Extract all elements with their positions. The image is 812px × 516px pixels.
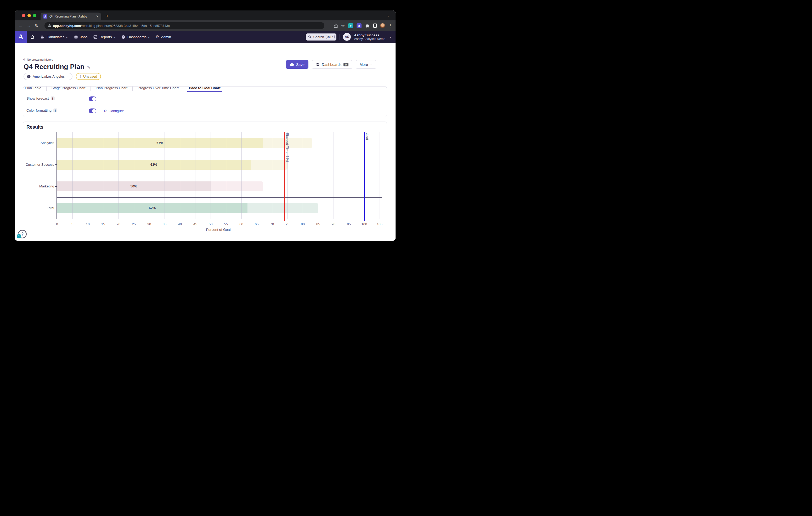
- user-avatar[interactable]: AS: [343, 33, 351, 41]
- info-icon[interactable]: i: [51, 96, 55, 100]
- chevron-down-icon: ⌄: [148, 35, 150, 38]
- ashby-logo[interactable]: A: [15, 31, 27, 43]
- user-name: Ashby Success: [354, 33, 385, 37]
- timezone-value: America/Los Angeles: [33, 74, 65, 79]
- browser-profile-avatar[interactable]: [380, 23, 385, 28]
- clock-icon: [27, 75, 31, 79]
- bookmark-star-icon[interactable]: ☆: [341, 23, 345, 28]
- cloud-upload-icon: [290, 63, 294, 66]
- nav-label: Jobs: [80, 35, 88, 39]
- page-title: Q4 Recruiting Plan✎: [24, 63, 91, 71]
- reload-icon[interactable]: ↻: [35, 23, 38, 29]
- tabs-divider: [23, 92, 387, 92]
- chart-settings-card: Plan Table Stage Progress Chart Plan Pro…: [23, 86, 387, 117]
- forward-icon[interactable]: →: [27, 23, 31, 28]
- lock-icon: [48, 24, 51, 27]
- dashboards-button[interactable]: Dashboards 0: [312, 60, 352, 69]
- info-icon[interactable]: i: [53, 109, 57, 113]
- tab-stage-progress-chart[interactable]: Stage Progress Chart: [50, 86, 87, 92]
- nav-item-admin[interactable]: ⚙ Admin: [156, 34, 171, 39]
- toolbar-actions: ☆ ◈ A ⋮: [334, 20, 393, 31]
- chart-tabs: Plan Table Stage Progress Chart Plan Pro…: [23, 86, 387, 92]
- more-label: More: [360, 62, 368, 67]
- configure-label: Configure: [109, 109, 124, 113]
- gear-icon: ⚙: [104, 109, 107, 113]
- sidebar-panel-icon[interactable]: [373, 24, 377, 28]
- save-button[interactable]: Save: [286, 60, 309, 69]
- more-button[interactable]: More ⌄: [356, 60, 376, 69]
- ashby-favicon: A: [43, 14, 47, 19]
- browser-window: A Q4 Recruiting Plan · Ashby ✕ + ⌄ ← → ↻…: [15, 10, 396, 241]
- nav-item-reports[interactable]: Reports ⌄: [93, 35, 115, 39]
- help-notification-badge: 1: [16, 234, 22, 239]
- back-icon[interactable]: ←: [19, 23, 23, 28]
- share-icon[interactable]: [334, 24, 338, 28]
- dashboards-label: Dashboards: [322, 62, 342, 67]
- tab-search-chevron-icon[interactable]: ⌄: [387, 13, 390, 17]
- screen: A Q4 Recruiting Plan · Ashby ✕ + ⌄ ← → ↻…: [0, 0, 406, 258]
- browser-tab[interactable]: A Q4 Recruiting Plan · Ashby ✕: [40, 12, 101, 20]
- nav-label: Candidates: [47, 35, 64, 39]
- chevron-down-icon[interactable]: ⌄: [389, 35, 392, 39]
- nav-label: Reports: [99, 35, 112, 39]
- results-card: Results: [23, 122, 387, 241]
- search-shortcut: ⌘+K: [326, 35, 335, 39]
- dashboards-icon: [316, 62, 320, 66]
- tab-close-icon[interactable]: ✕: [96, 14, 98, 18]
- url-path: /recruiting-planner/ea263338-34a3-4f64-a…: [81, 24, 170, 28]
- color-formatting-row: Color formatting i: [26, 109, 57, 113]
- gear-icon: ⚙: [156, 34, 159, 39]
- window-zoom-button[interactable]: [33, 14, 36, 17]
- user-menu[interactable]: Ashby Success Ashby Analytics Demo: [354, 33, 385, 41]
- search-input[interactable]: Search ⌘+K: [306, 33, 337, 40]
- edit-title-icon[interactable]: ✎: [87, 65, 91, 70]
- header-actions: Save Dashboards 0 More ⌄: [286, 60, 376, 69]
- nav-item-dashboards[interactable]: Dashboards ⌄: [121, 35, 150, 39]
- warning-icon: !: [80, 74, 81, 79]
- show-forecast-row: Show forecast i: [26, 96, 55, 100]
- chevron-down-icon: ⌄: [113, 35, 115, 38]
- candidates-icon: [40, 35, 45, 39]
- color-formatting-label: Color formatting: [26, 109, 52, 113]
- app-nav-bar: A Candidates ⌄: [15, 31, 396, 43]
- window-minimize-button[interactable]: [27, 14, 31, 17]
- tab-plan-progress-chart[interactable]: Plan Progress Chart: [94, 86, 129, 92]
- nav-item-home[interactable]: [30, 35, 34, 39]
- nav-label: Admin: [161, 35, 171, 39]
- configure-link[interactable]: ⚙ Configure: [104, 109, 124, 113]
- tab-plan-table[interactable]: Plan Table: [23, 86, 43, 92]
- search-icon: [308, 35, 312, 39]
- extension-ashby-icon[interactable]: A: [356, 23, 361, 28]
- extension-teal-icon[interactable]: ◈: [348, 23, 353, 28]
- timezone-selector[interactable]: America/Los Angeles ⌄: [24, 73, 72, 80]
- search-placeholder: Search: [313, 35, 324, 39]
- tab-progress-over-time-chart[interactable]: Progress Over Time Chart: [136, 86, 180, 92]
- new-tab-button[interactable]: +: [106, 13, 109, 18]
- show-forecast-toggle[interactable]: [89, 96, 96, 101]
- browser-menu-icon[interactable]: ⋮: [388, 23, 393, 28]
- home-icon: [30, 35, 34, 39]
- unsaved-badge: ! Unsaved: [76, 73, 101, 80]
- chevron-down-icon: ⌄: [67, 75, 69, 78]
- results-title: Results: [26, 124, 44, 130]
- chevron-down-icon: ⌄: [66, 35, 68, 38]
- user-org: Ashby Analytics Demo: [354, 37, 385, 41]
- extensions-puzzle-icon[interactable]: [365, 23, 370, 28]
- nav-items: Candidates ⌄ Jobs Reports: [30, 31, 171, 43]
- reports-icon: [93, 35, 97, 39]
- divider: [340, 34, 340, 40]
- tab-pace-to-goal-chart[interactable]: Pace to Goal Chart: [187, 86, 222, 92]
- show-forecast-label: Show forecast: [26, 96, 49, 100]
- browser-tab-strip: A Q4 Recruiting Plan · Ashby ✕ + ⌄: [15, 10, 396, 20]
- jobs-icon: [74, 35, 78, 39]
- dashboards-count-badge: 0: [344, 63, 348, 66]
- nav-item-jobs[interactable]: Jobs: [74, 35, 88, 39]
- url-bar[interactable]: app.ashbyhq.com/recruiting-planner/ea263…: [45, 22, 324, 29]
- title-badges: America/Los Angeles ⌄ ! Unsaved: [24, 73, 101, 80]
- tab-title: Q4 Recruiting Plan · Ashby: [50, 14, 94, 18]
- color-formatting-toggle[interactable]: [89, 109, 96, 113]
- nav-item-candidates[interactable]: Candidates ⌄: [40, 35, 68, 39]
- window-close-button[interactable]: [22, 14, 25, 17]
- nav-label: Dashboards: [127, 35, 146, 39]
- browser-toolbar: ← → ↻ app.ashbyhq.com/recruiting-planner…: [15, 20, 396, 31]
